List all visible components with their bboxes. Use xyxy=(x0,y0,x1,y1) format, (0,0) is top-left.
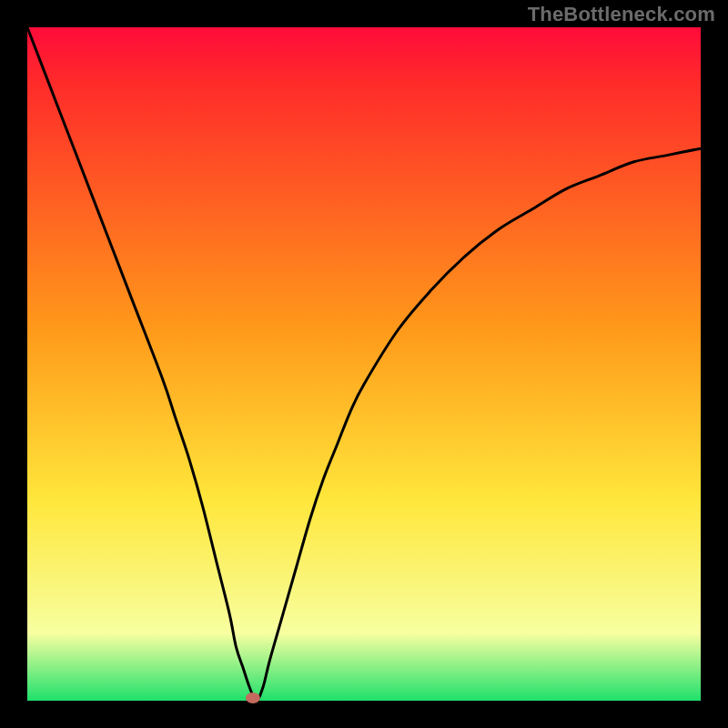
chart-container: TheBottleneck.com xyxy=(0,0,728,728)
minimum-marker xyxy=(246,693,260,703)
watermark-text: TheBottleneck.com xyxy=(528,3,715,26)
bottleneck-curve-plot xyxy=(0,0,728,728)
plot-gradient-background xyxy=(27,27,701,701)
